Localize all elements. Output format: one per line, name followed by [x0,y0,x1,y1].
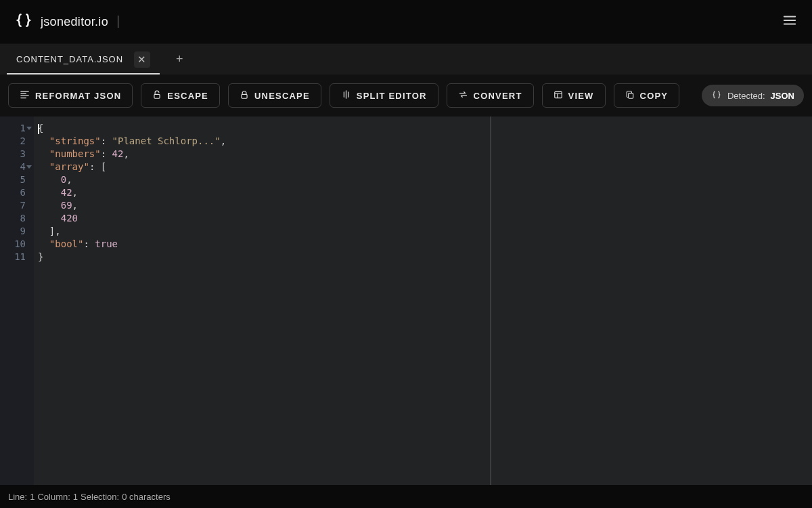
code-braces-icon [711,89,722,102]
layout-icon [554,90,563,102]
line-number[interactable]: 11 [0,251,34,263]
status-sel-value: 0 characters [122,492,171,502]
reformat-label: REFORMAT JSON [35,91,121,101]
code-token: true [95,238,118,249]
svg-rect-2 [554,91,562,98]
braces-logo-icon [15,12,32,32]
status-line-value: 1 [30,492,35,502]
editor-splitter[interactable] [490,117,491,485]
convert-button[interactable]: CONVERT [447,83,534,108]
swap-icon [458,89,468,102]
view-label: VIEW [568,91,594,101]
code-token: 69 [61,200,72,211]
line-number[interactable]: 3 [0,148,34,161]
code-token: "array" [49,161,89,172]
align-left-icon [20,89,30,102]
brand-name: jsoneditor.io [41,15,108,29]
brand-cursor [118,16,118,28]
line-number[interactable]: 7 [0,199,34,212]
status-line-label: Line: [8,492,27,502]
code-token: { [38,123,43,133]
line-number[interactable]: 1 [0,122,34,135]
detected-label: Detected: [727,91,765,101]
code-token: "strings" [49,135,101,146]
reformat-button[interactable]: REFORMAT JSON [8,83,133,108]
status-col-label: Column: [37,492,70,502]
toolbar: REFORMAT JSON ESCAPE UNESCAPE SPLIT EDIT… [0,75,812,117]
detected-badge: Detected: JSON [702,85,804,106]
code-token: "numbers" [49,148,101,159]
line-number[interactable]: 4 [0,161,34,173]
code-token: "Planet Schlorp..." [112,135,221,146]
lock-icon [240,90,249,102]
brand[interactable]: jsoneditor.io [15,12,118,32]
tab-label: CONTENT_DATA.JSON [16,54,123,64]
escape-label: ESCAPE [167,91,208,101]
gutter: 1 2 3 4 5 6 7 8 9 10 11 [0,117,34,485]
lock-open-icon [152,90,162,102]
tab-close-button[interactable]: ✕ [134,51,150,68]
escape-button[interactable]: ESCAPE [141,83,220,108]
split-editor-button[interactable]: SPLIT EDITOR [330,83,438,108]
line-number[interactable]: 8 [0,212,34,225]
convert-label: CONVERT [474,91,522,101]
line-number[interactable]: 9 [0,225,34,238]
copy-icon [625,90,635,102]
unescape-label: UNESCAPE [254,91,310,101]
line-number[interactable]: 6 [0,186,34,199]
status-col-value: 1 [73,492,78,502]
new-tab-button[interactable]: + [160,44,200,75]
copy-button[interactable]: COPY [614,83,680,108]
code-token: } [38,251,43,262]
code-token: 0 [61,174,66,185]
line-number[interactable]: 5 [0,173,34,186]
line-number[interactable]: 2 [0,135,34,148]
line-number[interactable]: 10 [0,238,34,251]
status-sel-label: Selection: [81,492,119,502]
menu-button[interactable] [782,13,797,30]
tab-active[interactable]: CONTENT_DATA.JSON ✕ [7,44,160,75]
split-label: SPLIT EDITOR [357,91,427,101]
code-token: "bool" [49,238,84,249]
svg-rect-3 [628,93,633,98]
code-area[interactable]: { "strings": "Planet Schlorp...", "numbe… [34,117,812,485]
svg-rect-0 [154,94,160,98]
unescape-button[interactable]: UNESCAPE [228,83,321,108]
close-icon: ✕ [136,54,148,66]
status-bar: Line: 1 Column: 1 Selection: 0 character… [0,485,812,508]
editor: 1 2 3 4 5 6 7 8 9 10 11 { "strings": "Pl… [0,117,812,485]
view-button[interactable]: VIEW [542,83,606,108]
copy-label: COPY [640,91,669,101]
svg-rect-1 [242,94,247,98]
code-token: 420 [61,213,78,224]
code-token: 42 [112,148,124,159]
code-token: 42 [61,187,72,198]
tab-bar: CONTENT_DATA.JSON ✕ + [0,43,812,75]
app-header: jsoneditor.io [0,0,812,43]
detected-value: JSON [771,91,794,101]
split-icon [341,89,351,102]
